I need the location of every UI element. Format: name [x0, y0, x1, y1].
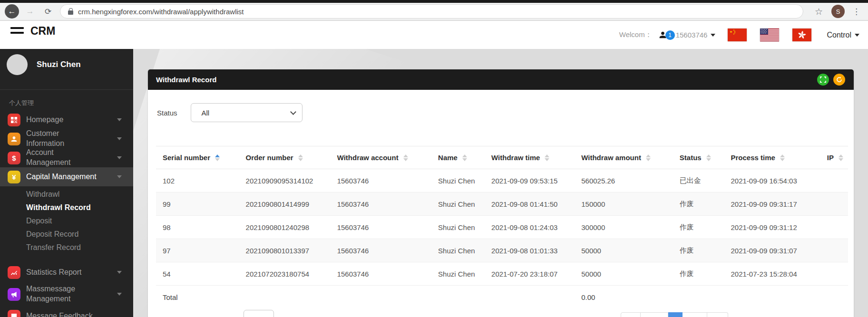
column-header-order-number[interactable]: Order number: [239, 146, 331, 169]
sort-icon[interactable]: [839, 154, 843, 161]
sort-icon[interactable]: [215, 154, 220, 161]
table-total-row: Total0.00: [156, 286, 848, 309]
cell-withdraw-amount: 560025.26: [575, 169, 673, 192]
cell-order-number: 2021090801013397: [239, 239, 331, 262]
pagination-last-button[interactable]: [707, 312, 728, 317]
sort-icon[interactable]: [646, 154, 651, 161]
sidebar-nav: HomepageCustomer Information$Account Man…: [0, 110, 133, 317]
sidebar-subitem-deposit[interactable]: Deposit: [0, 214, 133, 228]
sidebar-toggle-icon[interactable]: [10, 27, 24, 37]
cell-ip: [820, 192, 848, 216]
cell-ip: [820, 169, 848, 192]
notification-badge[interactable]: 1: [665, 30, 675, 40]
cell-name: Shuzi Chen: [431, 169, 485, 192]
lock-icon: [68, 8, 73, 15]
sidebar-item-massmessage-management[interactable]: Massmessage Management: [0, 282, 133, 307]
cell-ip: [820, 239, 848, 262]
cell-process-time: 2021-09-09 16:54:03: [724, 169, 820, 192]
total-amount: 0.00: [575, 286, 673, 309]
pagination-current-page[interactable]: [668, 312, 683, 317]
total-empty-cell: [724, 286, 820, 309]
address-bar[interactable]: crm.hengxingforex.com/withdrawal/applywi…: [60, 4, 803, 19]
cell-process-time: 2021-07-23 15:28:04: [724, 262, 820, 286]
pagination-prev-button[interactable]: [641, 312, 668, 317]
status-select[interactable]: All: [191, 103, 302, 122]
column-label: Name: [438, 154, 458, 162]
sort-icon[interactable]: [462, 154, 467, 161]
refresh-icon[interactable]: ⟳: [41, 4, 55, 19]
sidebar-section-title: 个人管理: [0, 90, 133, 110]
column-header-withdraw-account[interactable]: Withdraw account: [331, 146, 431, 169]
person-icon: [8, 133, 20, 145]
sidebar-item-account-management[interactable]: $Account Management: [0, 148, 133, 167]
column-header-serial-number[interactable]: Serial number: [156, 146, 239, 169]
sort-icon[interactable]: [780, 154, 785, 161]
fullscreen-icon[interactable]: [817, 74, 829, 86]
megaphone-icon: [8, 288, 20, 301]
cell-process-time: 2021-09-09 09:31:17: [724, 192, 820, 216]
cell-status: 作废: [673, 262, 724, 286]
cell-withdraw-account: 15603746: [331, 192, 431, 216]
flag-china-icon[interactable]: [728, 29, 747, 41]
app-logo[interactable]: CRM: [30, 25, 55, 38]
column-header-process-time[interactable]: Process time: [724, 146, 820, 169]
chevron-down-icon: [117, 175, 122, 178]
sidebar-subitem-deposit-record[interactable]: Deposit Record: [0, 228, 133, 241]
sidebar-item-message-feedback[interactable]: Message Feedback: [0, 307, 133, 317]
bookmark-star-icon[interactable]: ☆: [810, 6, 828, 17]
sidebar-item-homepage[interactable]: Homepage: [0, 110, 133, 129]
chevron-down-icon: [855, 34, 859, 37]
forward-icon[interactable]: →: [23, 4, 37, 19]
status-filter-label: Status: [157, 109, 177, 117]
cell-withdraw-time: 2021-09-08 01:41:50: [485, 192, 575, 216]
sidebar: Shuzi Chen 个人管理 HomepageCustomer Informa…: [0, 49, 133, 317]
sidebar-item-capital-management[interactable]: ¥Capital Management: [0, 167, 133, 186]
flag-hongkong-icon[interactable]: [792, 29, 811, 41]
column-header-withdraw-time[interactable]: Withdraw time: [485, 146, 575, 169]
total-label: Total: [156, 286, 239, 309]
table-row[interactable]: 54202107202318075415603746Shuzi Chen2021…: [156, 262, 848, 286]
column-header-withdraw-amount[interactable]: Withdraw amount: [575, 146, 673, 169]
sidebar-subitem-withdrawl[interactable]: Withdrawl: [0, 188, 133, 201]
sidebar-username: Shuzi Chen: [37, 60, 81, 69]
url-text[interactable]: crm.hengxingforex.com/withdrawal/applywi…: [78, 8, 244, 16]
table-row[interactable]: 97202109080101339715603746Shuzi Chen2021…: [156, 239, 848, 262]
sort-icon[interactable]: [706, 154, 711, 161]
cell-ip: [820, 216, 848, 239]
sidebar-subitem-withdrawl-record[interactable]: Withdrawl Record: [0, 201, 133, 214]
back-icon[interactable]: ←: [5, 4, 19, 19]
browser-profile-avatar[interactable]: S: [831, 5, 845, 18]
sort-icon[interactable]: [545, 154, 549, 161]
main-content: Withdrawl Record Status All Serial numbe…: [133, 49, 868, 317]
column-header-ip[interactable]: IP: [820, 146, 848, 169]
total-empty-cell: [820, 286, 848, 309]
control-label: Control: [827, 31, 851, 39]
refresh-panel-icon[interactable]: [833, 74, 845, 86]
status-select-value: All: [202, 109, 210, 117]
table-row[interactable]: 99202109080141499915603746Shuzi Chen2021…: [156, 192, 848, 216]
table-row[interactable]: 1022021090909531410215603746Shuzi Chen20…: [156, 169, 848, 192]
cell-order-number: 2021072023180754: [239, 262, 331, 286]
pagination-next-button[interactable]: [683, 312, 707, 317]
table-row[interactable]: 98202109080124029815603746Shuzi Chen2021…: [156, 216, 848, 239]
sort-icon[interactable]: [298, 154, 303, 161]
pagination-first-button[interactable]: [621, 312, 641, 317]
page-size-select[interactable]: [244, 310, 274, 317]
cell-status: 作废: [673, 192, 724, 216]
sidebar-item-customer-information[interactable]: Customer Information: [0, 129, 133, 148]
user-dropdown[interactable]: 1 15603746: [659, 30, 716, 40]
pagination[interactable]: [621, 312, 728, 317]
sort-icon[interactable]: [403, 154, 408, 161]
cell-status: 已出金: [673, 169, 724, 192]
sidebar-subitem-transfer-record[interactable]: Transfer Record: [0, 241, 133, 254]
column-header-name[interactable]: Name: [431, 146, 485, 169]
column-label: Status: [680, 154, 702, 162]
flag-usa-icon[interactable]: [760, 29, 779, 41]
control-dropdown[interactable]: Control: [827, 31, 859, 39]
sidebar-item-statistics-report[interactable]: Statistics Report: [0, 263, 133, 282]
browser-menu-icon[interactable]: ⋮: [848, 7, 864, 17]
sidebar-item-label: Customer Information: [26, 129, 98, 149]
column-header-status[interactable]: Status: [673, 146, 724, 169]
column-label: Withdraw time: [491, 154, 540, 162]
chart-icon: [8, 266, 20, 279]
